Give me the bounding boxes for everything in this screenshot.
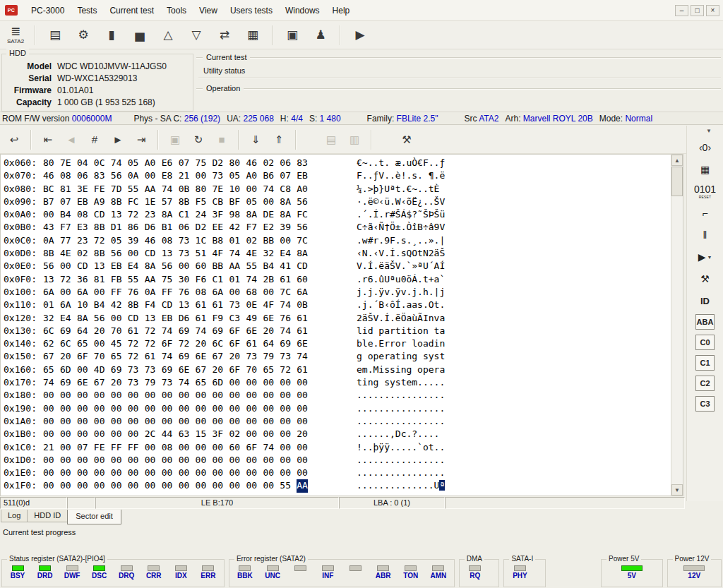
hex-row-0x140[interactable]: 0x140:626C65004572726F72206C6F6164696Ebl… [4,337,670,350]
goto-sector-icon[interactable]: # [85,130,104,150]
hex-bytes[interactable]: 626C65004572726F72206C6F6164696E [43,337,314,350]
copy-windows-icon[interactable]: ▣ [280,23,304,47]
hex-row-0x160[interactable]: 0x160:656D004D697373696E67206F70657261em… [4,364,670,376]
hex-ascii[interactable]: j.j.ÿv.ÿv.j.h.|j [357,286,445,299]
hex-row-0x090[interactable]: 0x090:B707EBA98BFC1E578BF5CBBF05008A56·.… [4,196,670,208]
hex-bytes[interactable]: 13723681FB55AA7530F6C101742B6160 [43,273,314,286]
hex-bytes[interactable]: 00B408CD1372238AC1243F988ADE8AFC [43,208,314,221]
menu-pc-3000[interactable]: PC-3000 [25,4,71,18]
hex-ascii[interactable]: .´.Í.r#ŠÁ$?˜ŠÞŠü [357,208,445,221]
reset-icon[interactable]: 0101RESET [695,183,716,200]
hex-ascii[interactable]: ..............Uª [357,479,445,492]
menu-users-tests[interactable]: Users tests [224,4,279,18]
restore-button[interactable]: □ [691,5,704,16]
hex-ascii[interactable]: ¼.>þ}Uªt.€~..tÈ [357,183,445,196]
hex-row-0x1A0[interactable]: 0x1A0:00000000000000000000000000000000..… [4,415,670,428]
close-button[interactable]: × [706,5,719,16]
scroll-up-icon[interactable]: ▲ [671,155,683,166]
c0-command-button[interactable]: C0 [695,335,715,350]
hex-bytes[interactable]: 807E040C7405A0E60775D28046020683 [43,157,314,169]
scroll-down-icon[interactable]: ▼ [671,484,683,496]
id-command-button[interactable]: ID [695,292,716,309]
hex-bytes[interactable]: 74696E672073797374656D0000000000 [43,376,314,389]
hex-row-0x0F0[interactable]: 0x0F0:13723681FB55AA7530F6C101742B6160.r… [4,273,670,286]
hex-ascii[interactable]: 2äŠV.Í.ëÖaùÃInva [357,312,445,325]
start-test-icon[interactable]: ▶ [348,23,372,47]
hex-row-0x130[interactable]: 0x130:6C696420706172746974696F6E207461li… [4,325,670,337]
eject-drive-icon[interactable]: △ [156,23,180,47]
minimize-button[interactable]: – [675,5,688,16]
hex-bytes[interactable]: 00000000000000000000000000000000 [43,402,314,415]
hex-row-0x060[interactable]: 0x060:807E040C7405A0E60775D28046020683€~… [4,157,670,169]
strip-menu-dropdown-icon[interactable]: ▼ [698,127,719,134]
tab-sector-edit[interactable]: Sector edit [67,510,121,524]
menu-help[interactable]: Help [326,4,357,18]
hex-ascii[interactable]: C÷ã‹Ñ†Ö±.ÒîB÷â9V [357,221,445,234]
hex-row-0x120[interactable]: 0x120:32E48A5600CD13EBD661F9C3496E76612ä… [4,312,670,325]
hex-bytes[interactable]: 016A10B4428BF4CD136161730E4F740B [43,299,314,311]
hex-ascii[interactable]: .r6.ûUªu0öÁ.t+a` [357,273,445,286]
scrollbar-thumb[interactable] [671,167,683,196]
hex-row-0x150[interactable]: 0x150:67206F7065726174696E672073797374g … [4,350,670,363]
hex-row-0x110[interactable]: 0x110:016A10B4428BF4CD136161730E4F740B.j… [4,299,670,311]
hex-row-0x0B0[interactable]: 0x0B0:43F7E38BD186D6B106D2EE42F7E23956C÷… [4,221,670,234]
c1-command-button[interactable]: C1 [695,355,715,371]
hex-ascii[interactable]: ting system..... [357,376,445,389]
tools-wrench-icon[interactable]: ⚒ [695,270,716,287]
filter-icon[interactable]: ▽ [184,23,208,47]
hex-ascii[interactable]: ......,Dc.?.... [357,428,445,440]
menu-windows[interactable]: Windows [279,4,326,18]
hex-bytes[interactable]: 5600CD13EBE48A560060BBAA55B441CD [43,260,314,272]
hex-bytes[interactable]: 43F7E38BD186D6B106D2EE42F7E23956 [43,221,314,234]
hex-bytes[interactable]: 32E48A5600CD13EBD661F9C3496E7661 [43,312,314,325]
hex-row-0x190[interactable]: 0x190:00000000000000000000000000000000..… [4,402,670,415]
c3-command-button[interactable]: C3 [695,396,715,412]
hex-bytes[interactable]: 67206F7065726174696E672073797374 [43,350,314,363]
database-icon[interactable]: ▮ [100,23,124,47]
navigator-icon[interactable]: ⌐ [695,205,716,222]
first-sector-icon[interactable]: ⇤ [38,130,58,150]
transfer-icon[interactable]: ⇄ [213,23,237,47]
user-tests-icon[interactable]: ♟ [309,23,333,47]
hex-ascii[interactable]: ble.Error loadin [357,337,445,350]
machine-gear-icon[interactable]: ⚙ [71,23,95,47]
run-script-icon[interactable]: ▶▼ [695,248,716,265]
last-sector-icon[interactable]: ⇥ [131,130,151,150]
pause-icon[interactable]: ‖ [695,227,716,244]
hex-ascii[interactable]: ................ [357,402,445,415]
hex-bytes[interactable]: 00000000000000000000000000000000 [43,454,314,467]
menu-view[interactable]: View [193,4,224,18]
hex-bytes[interactable]: 00000000000000000000000000000000 [43,389,314,402]
hex-bytes[interactable]: 46080683560A00E821007305A0B607EB [43,169,314,182]
hex-row-0x0A0[interactable]: 0x0A0:00B408CD1372238AC1243F988ADE8AFC.´… [4,208,670,221]
exit-editor-icon[interactable]: ↩ [4,130,24,150]
hex-ascii[interactable]: !..þÿÿ.....`ot.. [357,441,445,454]
menu-tests[interactable]: Tests [71,4,103,18]
chart-icon[interactable]: ▅ [128,23,152,47]
tab-hdd-id[interactable]: HDD ID [27,510,68,522]
read-file-icon[interactable]: ⇓ [246,130,265,150]
hex-ascii[interactable]: g operating syst [357,350,445,363]
hex-ascii[interactable]: ................ [357,389,445,402]
hex-bytes[interactable]: 0A77237205394608731CB80102BB007C [43,234,314,247]
hex-ascii[interactable]: ‹N.‹V.Í.sQOtN2äŠ [357,247,445,260]
hex-ascii[interactable]: ................ [357,415,445,428]
hex-row-0x070[interactable]: 0x070:46080683560A00E821007305A0B607EBF.… [4,169,670,182]
hex-row-0x0E0[interactable]: 0x0E0:5600CD13EBE48A560060BBAA55B441CDV.… [4,260,670,272]
hex-bytes[interactable]: 00000000000000000000000000000000 [43,467,314,479]
hex-ascii[interactable]: em.Missing opera [357,364,445,376]
hex-bytes[interactable]: BC813EFE7D55AA740B807E100074C8A0 [43,183,314,196]
write-file-icon[interactable]: ⇑ [269,130,289,150]
hex-row-0x0C0[interactable]: 0x0C0:0A77237205394608731CB80102BB007C.w… [4,234,670,247]
sata2-port-button[interactable]: ≣SATA2 [4,23,28,47]
hex-bytes[interactable]: 656D004D697373696E67206F70657261 [43,364,314,376]
hex-row-0x1D0[interactable]: 0x1D0:00000000000000000000000000000000..… [4,454,670,467]
hex-bytes[interactable]: B707EBA98BFC1E578BF5CBBF05008A56 [43,196,314,208]
hex-row-0x180[interactable]: 0x180:00000000000000000000000000000000..… [4,389,670,402]
dropdown-arrow-icon[interactable]: ▼ [707,255,712,260]
grid-table-icon[interactable]: ▦ [241,23,265,47]
hex-row-0x1C0[interactable]: 0x1C0:210007FEFFFF0008000000606F740000!.… [4,441,670,454]
hex-bytes[interactable]: 8B4E028B5600CD1373514F744E32E48A [43,247,314,260]
next-sector-icon[interactable]: ► [108,130,128,150]
hex-bytes[interactable]: 00000000000000000000000000000000 [43,415,314,428]
